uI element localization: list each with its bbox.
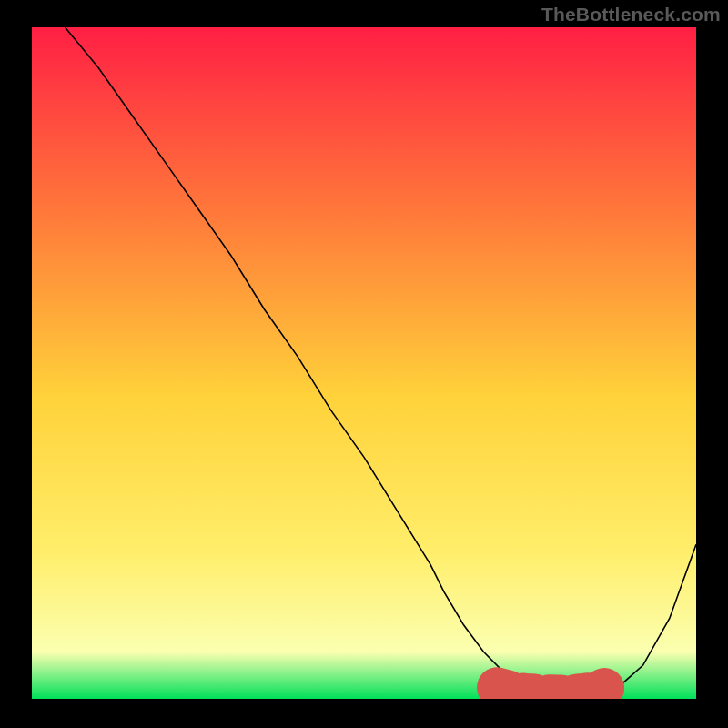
optimal-range-markers	[497, 687, 604, 694]
bottleneck-chart	[32, 27, 696, 699]
optimal-range-line	[497, 687, 604, 694]
gradient-background	[32, 27, 696, 699]
watermark-text: TheBottleneck.com	[541, 4, 721, 25]
chart-container: TheBottleneck.com	[0, 0, 728, 728]
